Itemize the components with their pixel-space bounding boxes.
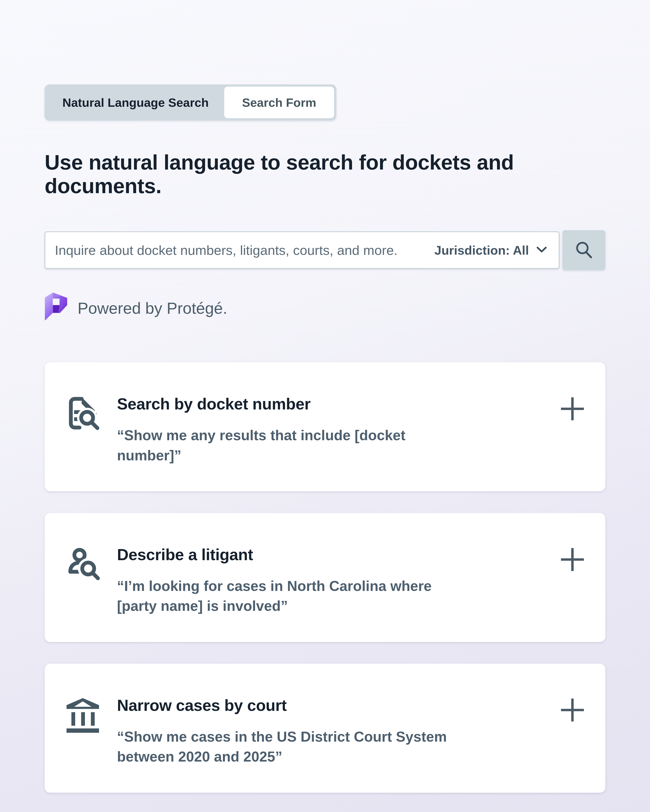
card-example-query: “I’m looking for cases in North Carolina… xyxy=(117,576,459,616)
powered-by-label: Powered by Protégé. xyxy=(78,299,227,317)
document-search-icon xyxy=(66,395,100,432)
jurisdiction-dropdown[interactable]: Jurisdiction: All xyxy=(430,232,559,268)
magnifier-icon xyxy=(574,240,594,261)
tab-natural-language-search[interactable]: Natural Language Search xyxy=(47,87,224,118)
plus-icon xyxy=(560,547,584,572)
search-bar-row: Jurisdiction: All xyxy=(44,230,606,270)
card-title: Describe a litigant xyxy=(117,545,560,564)
jurisdiction-label: Jurisdiction: All xyxy=(434,243,529,258)
card-search-by-docket-number[interactable]: Search by docket number “Show me any res… xyxy=(44,362,606,491)
card-text: Describe a litigant “I’m looking for cas… xyxy=(100,545,560,616)
card-text: Narrow cases by court “Show me cases in … xyxy=(100,696,560,767)
protege-logo-icon xyxy=(44,293,68,324)
card-title: Search by docket number xyxy=(117,395,560,413)
card-text: Search by docket number “Show me any res… xyxy=(100,395,560,466)
card-describe-a-litigant[interactable]: Describe a litigant “I’m looking for cas… xyxy=(44,513,606,642)
expand-card-button[interactable] xyxy=(560,396,586,422)
powered-by: Powered by Protégé. xyxy=(44,293,606,324)
card-title: Narrow cases by court xyxy=(117,696,560,714)
natural-language-search-page: Natural Language Search Search Form Use … xyxy=(0,0,650,793)
example-cards: Search by docket number “Show me any res… xyxy=(44,362,606,792)
plus-icon xyxy=(560,698,584,723)
plus-icon xyxy=(560,397,584,421)
courthouse-icon xyxy=(66,697,100,734)
tab-search-form[interactable]: Search Form xyxy=(224,87,334,118)
card-example-query: “Show me cases in the US District Court … xyxy=(117,727,459,767)
expand-card-button[interactable] xyxy=(560,547,586,573)
search-bar: Jurisdiction: All xyxy=(44,232,560,269)
search-mode-tabs: Natural Language Search Search Form xyxy=(44,84,336,121)
page-title: Use natural language to search for docke… xyxy=(44,151,606,198)
chevron-down-icon xyxy=(537,246,547,254)
card-narrow-cases-by-court[interactable]: Narrow cases by court “Show me cases in … xyxy=(44,664,606,793)
litigant-search-icon xyxy=(66,546,100,583)
card-example-query: “Show me any results that include [docke… xyxy=(117,425,459,466)
search-input[interactable] xyxy=(45,232,430,268)
expand-card-button[interactable] xyxy=(560,698,586,723)
search-button[interactable] xyxy=(563,230,606,270)
